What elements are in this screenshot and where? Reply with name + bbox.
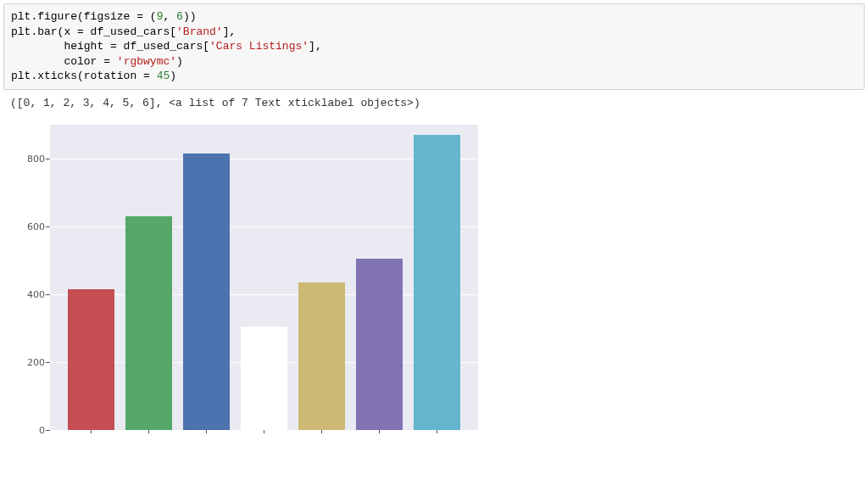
bar (414, 135, 460, 430)
bar-slot: Mitsubishi (235, 125, 292, 430)
bar (125, 216, 172, 430)
xtick-mark (264, 430, 264, 433)
ytick-label: 600 (21, 221, 45, 232)
bar-slot: BMW (120, 125, 177, 430)
code-cell[interactable]: plt.figure(figsize = (9, 6)) plt.bar(x =… (3, 3, 865, 90)
xtick-mark (91, 430, 92, 433)
bar (68, 289, 114, 430)
bar-slot: Volkswagen (409, 125, 466, 430)
bar (356, 259, 403, 430)
ytick-label: 800 (21, 153, 45, 164)
code-line: height = df_used_cars['Cars Listings'], (11, 40, 322, 53)
bar-slot: Renault (293, 125, 351, 430)
bar (298, 282, 345, 430)
bar-slot: Mercedes-Benz (177, 125, 235, 430)
code-line: plt.bar(x = df_used_cars['Brand'], (11, 25, 236, 38)
plot-area: 0200400600800 AudiBMWMercedes-BenzMitsub… (50, 125, 478, 430)
bar-slot: Audi (62, 125, 120, 430)
output-text: ([0, 1, 2, 3, 4, 5, 6], <a list of 7 Tex… (3, 95, 865, 116)
ytick-label: 200 (21, 356, 45, 367)
xtick-mark (321, 430, 322, 433)
ytick-label: 400 (21, 288, 45, 299)
xtick-mark (148, 430, 149, 433)
xtick-mark (379, 430, 380, 433)
xtick-mark (437, 430, 437, 433)
code-line: color = 'rgbwymc') (11, 55, 183, 68)
code-line: plt.figure(figsize = (9, 6)) (11, 10, 196, 23)
bar-chart: 0200400600800 AudiBMWMercedes-BenzMitsub… (3, 125, 478, 430)
ytick-mark (46, 430, 50, 431)
bar (241, 327, 287, 430)
xtick-mark (206, 430, 207, 433)
bar (183, 154, 230, 430)
ytick-label: 0 (21, 424, 45, 433)
bar-slot: Toyota (351, 125, 409, 430)
code-line: plt.xticks(rotation = 45) (11, 70, 176, 82)
